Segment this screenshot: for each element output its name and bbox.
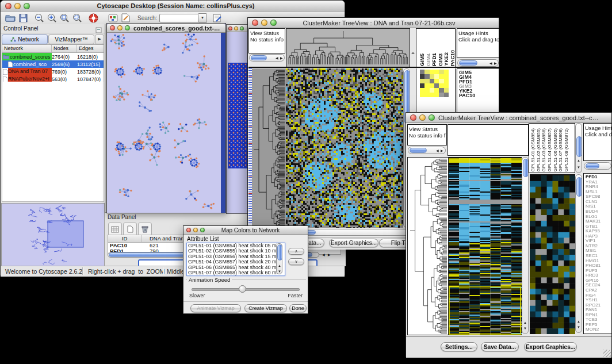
treeview1-row-labels[interactable]: GIM5GIM4PFD1GIM3YKE2PAC10 bbox=[459, 70, 475, 98]
column-label[interactable]: PFD1 bbox=[431, 53, 438, 66]
network-view-title-bar[interactable]: combined_scores_good.txt--cluste... bbox=[107, 24, 225, 33]
scroll-down-icon[interactable]: ▼ bbox=[577, 325, 580, 329]
treeview1-column-labels[interactable]: GIM5GIM4PFD1GIM3YKE2PAC10 bbox=[419, 30, 456, 66]
minimize-button[interactable] bbox=[234, 26, 238, 30]
col-header-network[interactable]: Network bbox=[2, 45, 52, 52]
column-label[interactable]: GPL51-06 (GSM865) bbox=[553, 128, 559, 172]
row-dendrogram[interactable] bbox=[407, 157, 449, 335]
network-row-combined-scores[interactable]: combined_scores 2764(0) 16218(0) bbox=[2, 53, 104, 60]
zoom-out-icon[interactable] bbox=[33, 12, 45, 24]
column-label[interactable]: GIM3 bbox=[438, 53, 444, 66]
search-dropdown-button[interactable]: ▼ bbox=[198, 13, 206, 23]
main-title-bar[interactable]: Cytoscape Desktop (Session Name: collins… bbox=[1, 1, 345, 12]
attribute-editor-icon[interactable] bbox=[211, 12, 224, 24]
treeview2-gene-list[interactable]: PFD1YRA1RNR4MSL1SPC98CLN1NIS1BUD4ELG1MAK… bbox=[586, 175, 600, 332]
zoom-button[interactable] bbox=[125, 25, 130, 30]
scroll-right-icon[interactable]: ▶ bbox=[494, 62, 497, 65]
tab-network[interactable]: Network bbox=[2, 35, 48, 44]
search-input[interactable] bbox=[159, 14, 198, 22]
export-graphics-button[interactable]: Export Graphics... bbox=[524, 342, 577, 351]
zoom-heatmap[interactable] bbox=[530, 174, 575, 334]
global-heatmap[interactable] bbox=[449, 157, 522, 335]
birdseye-view[interactable] bbox=[2, 204, 103, 265]
move-up-button[interactable]: ∧ bbox=[288, 248, 304, 255]
zoom-in-icon[interactable] bbox=[45, 12, 58, 24]
minimize-button[interactable] bbox=[261, 20, 267, 26]
plugin-manager-icon[interactable] bbox=[106, 12, 119, 24]
scroll-up-icon[interactable]: ▲ bbox=[523, 321, 527, 324]
scroll-down-icon[interactable]: ▼ bbox=[577, 166, 580, 169]
treeview2-column-labels[interactable]: GPL51-01 (GSM854)GPL51-02 (GSM855)GPL51-… bbox=[530, 124, 569, 172]
column-label[interactable]: GPL51-04 (GSM857) bbox=[547, 128, 553, 172]
close-button[interactable] bbox=[252, 20, 258, 26]
zoom-button[interactable] bbox=[270, 20, 277, 26]
scroll-left-icon[interactable]: ◀ bbox=[276, 56, 278, 60]
new-attribute-icon[interactable] bbox=[123, 223, 137, 236]
settings-button[interactable]: Settings... bbox=[441, 342, 477, 351]
resize-grip[interactable] bbox=[603, 350, 611, 357]
zoom-heatmap[interactable] bbox=[420, 70, 449, 97]
col-header-id[interactable]: ID bbox=[108, 235, 141, 242]
network-row-dna-tran[interactable]: DNA and Tran 07 769(0) 183728(0) bbox=[2, 68, 104, 75]
table-view-icon[interactable] bbox=[108, 223, 122, 236]
scroll-right-icon[interactable]: ▶ bbox=[280, 56, 283, 60]
delete-attribute-icon[interactable] bbox=[138, 223, 152, 236]
treeview2-column-dendrogram-pane[interactable] bbox=[447, 124, 529, 156]
zoom-selected-icon[interactable] bbox=[71, 12, 83, 24]
save-session-icon[interactable] bbox=[17, 12, 29, 24]
column-label[interactable]: GPL51-08 (GSM872) bbox=[564, 128, 569, 172]
close-button[interactable] bbox=[186, 228, 191, 232]
column-label[interactable]: GPL51-01 (GSM854) bbox=[530, 128, 536, 172]
scroll-down-icon[interactable]: ▼ bbox=[523, 327, 527, 330]
scroll-right-icon[interactable]: ▶ bbox=[328, 253, 331, 256]
column-label[interactable]: GIM5 bbox=[419, 53, 426, 66]
done-button[interactable]: Done bbox=[289, 304, 307, 312]
treeview1-title-bar[interactable]: ClusterMaker TreeView : DNA and Tran 07-… bbox=[248, 18, 499, 28]
scroll-right-icon[interactable]: ▶ bbox=[441, 149, 443, 152]
export-graphics-button[interactable]: Export Graphics... bbox=[329, 239, 378, 247]
treeview2-global-vscrollbar[interactable] bbox=[522, 157, 529, 334]
tab-overflow-button[interactable]: ▶ bbox=[95, 35, 104, 44]
open-session-icon[interactable] bbox=[4, 12, 17, 24]
network-canvas[interactable] bbox=[108, 33, 221, 213]
speed-slider-thumb[interactable] bbox=[239, 285, 246, 293]
save-data-button[interactable]: Save Data... bbox=[481, 342, 519, 351]
treeview2-zoom-vscrollbar[interactable] bbox=[575, 174, 582, 333]
treeview1-status-scrollbar[interactable] bbox=[249, 54, 285, 62]
zoom-button[interactable] bbox=[240, 26, 244, 30]
pane-arrows[interactable]: ◂▸ bbox=[411, 51, 415, 55]
treeview1-hints-scrollbar[interactable] bbox=[457, 59, 499, 67]
annotation-icon[interactable] bbox=[119, 12, 132, 24]
row-dendrogram[interactable] bbox=[252, 68, 286, 228]
animate-vizmap-button[interactable]: Animate Vizmap bbox=[190, 304, 241, 312]
close-button[interactable] bbox=[228, 26, 232, 30]
move-down-button[interactable]: ∨ bbox=[288, 258, 304, 265]
minimize-button[interactable] bbox=[193, 228, 198, 232]
minimize-button[interactable] bbox=[419, 114, 426, 121]
dense-network-block[interactable] bbox=[228, 63, 248, 168]
scroll-down-icon[interactable]: ▼ bbox=[278, 270, 281, 273]
strip-window-title-bar[interactable] bbox=[227, 25, 248, 32]
scroll-left-icon[interactable]: ◀ bbox=[322, 253, 325, 256]
create-vizmap-button[interactable]: Create Vizmap bbox=[244, 304, 287, 312]
column-label[interactable]: PAC10 bbox=[450, 50, 456, 66]
column-label[interactable]: GPL51-02 (GSM855) bbox=[536, 128, 542, 172]
help-lifering-icon[interactable] bbox=[87, 12, 100, 24]
scroll-up-icon[interactable]: ▲ bbox=[577, 320, 580, 323]
scroll-up-icon[interactable]: ▲ bbox=[577, 159, 580, 162]
close-button[interactable] bbox=[5, 3, 12, 9]
scroll-left-icon[interactable]: ◀ bbox=[436, 149, 439, 152]
minimize-button[interactable] bbox=[117, 25, 123, 30]
minimize-button[interactable] bbox=[14, 3, 21, 9]
column-label[interactable]: GIM4 bbox=[426, 53, 432, 66]
col-header-nodes[interactable]: Nodes bbox=[52, 45, 77, 52]
zoom-button[interactable] bbox=[24, 3, 30, 9]
treeview2-hints-scrollbar[interactable] bbox=[584, 162, 611, 170]
col-header-edges[interactable]: Edges bbox=[77, 45, 102, 52]
close-button[interactable] bbox=[110, 25, 115, 30]
scroll-up-icon[interactable]: ▲ bbox=[278, 264, 281, 267]
attribute-list[interactable]: GPL51-01 (GSM854) heat shock 05 minGPL51… bbox=[186, 243, 285, 276]
gene-label[interactable]: MON2 bbox=[586, 327, 600, 332]
column-label[interactable]: GPL51-03 (GSM856) bbox=[541, 128, 547, 172]
close-button[interactable] bbox=[410, 114, 416, 121]
